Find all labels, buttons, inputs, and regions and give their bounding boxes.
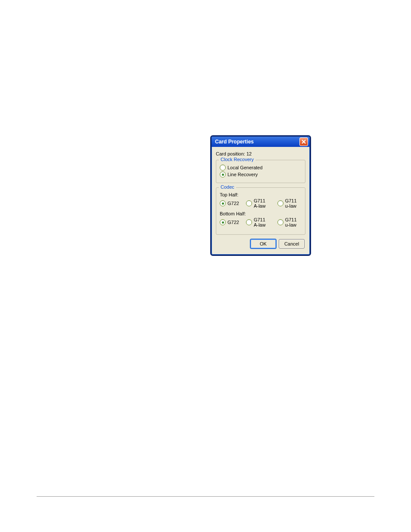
bottom-half-label: Bottom Half: (220, 211, 302, 216)
card-properties-dialog: Card Properties Card position: 12 Clock … (210, 135, 311, 256)
cancel-button[interactable]: Cancel (279, 239, 305, 249)
radio-label: G722 (227, 220, 239, 225)
top-half-label: Top Half: (220, 192, 302, 197)
radio-local-generated[interactable]: Local Generated (220, 165, 302, 171)
radio-icon (220, 171, 226, 177)
radio-icon (277, 219, 283, 225)
radio-label: G711 A-law (254, 217, 271, 227)
dialog-title: Card Properties (215, 139, 254, 145)
radio-line-recovery[interactable]: Line Recovery (220, 171, 302, 177)
top-half-radio-group: G722 G711 A-law G711 u-law (220, 198, 302, 208)
radio-icon (277, 200, 283, 206)
radio-top-g722[interactable]: G722 (220, 198, 239, 208)
clock-recovery-fieldset: Clock Recovery Local Generated Line Reco… (216, 160, 305, 183)
radio-icon (220, 219, 226, 225)
button-row: OK Cancel (216, 239, 305, 250)
radio-top-g711-ulaw[interactable]: G711 u-law (277, 198, 302, 208)
ok-button-label: OK (260, 241, 267, 246)
page-divider (37, 496, 374, 497)
ok-button[interactable]: OK (250, 239, 276, 249)
radio-bottom-g711-alaw[interactable]: G711 A-law (246, 217, 271, 227)
radio-label: Local Generated (227, 165, 262, 170)
radio-label: G711 A-law (254, 198, 271, 208)
cancel-button-label: Cancel (284, 241, 299, 246)
radio-icon (246, 219, 252, 225)
titlebar[interactable]: Card Properties (212, 137, 310, 147)
codec-legend: Codec (219, 184, 236, 190)
clock-recovery-legend: Clock Recovery (219, 157, 255, 162)
radio-icon (220, 165, 226, 171)
card-position-label: Card position: (216, 151, 245, 156)
card-position-row: Card position: 12 (216, 151, 305, 156)
radio-icon (220, 200, 226, 206)
card-position-value: 12 (246, 151, 252, 156)
radio-bottom-g722[interactable]: G722 (220, 217, 239, 227)
close-button[interactable] (299, 137, 308, 146)
bottom-half-radio-group: G722 G711 A-law G711 u-law (220, 217, 302, 227)
close-icon (302, 140, 306, 144)
codec-fieldset: Codec Top Half: G722 G711 A-law G711 u-l… (216, 187, 305, 235)
radio-label: G722 (227, 201, 239, 206)
radio-icon (246, 200, 252, 206)
radio-top-g711-alaw[interactable]: G711 A-law (246, 198, 271, 208)
radio-label: G711 u-law (285, 198, 302, 208)
radio-label: G711 u-law (285, 217, 302, 227)
radio-label: Line Recovery (227, 172, 258, 177)
radio-bottom-g711-ulaw[interactable]: G711 u-law (277, 217, 302, 227)
dialog-content: Card position: 12 Clock Recovery Local G… (212, 147, 310, 255)
